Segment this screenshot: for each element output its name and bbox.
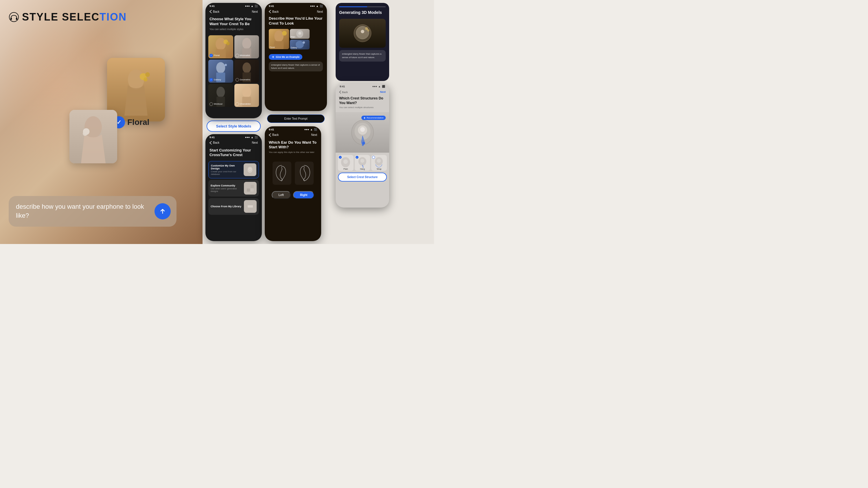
style-label-floral: ✓ Floral [210, 54, 220, 57]
phone1-content: Choose What Style You Want Your Crest To… [206, 14, 262, 35]
style-item-galaxy[interactable]: ✓ Galaxy [208, 60, 233, 83]
svg-point-38 [298, 32, 301, 35]
back-button-ear[interactable]: Back [269, 133, 279, 137]
style-label-chandelier: Chandelier [236, 102, 251, 106]
check-empty-geometric [236, 78, 239, 82]
phone-nav-ear: Back Next [265, 132, 321, 138]
next-button-ear[interactable]: Next [311, 133, 317, 136]
thumb-floral[interactable]: Floral [269, 29, 289, 49]
right-ear-button[interactable]: Right [293, 191, 314, 199]
structure-phone: 9:41 ●●●▲⬛ Back Next Which Crest Structu… [336, 83, 389, 207]
prompt-bar[interactable]: describe how you want your earphone to l… [9, 196, 177, 227]
struct-options: ✓ Plain ✓ Hang [336, 155, 389, 171]
arrow-up-icon [159, 208, 166, 215]
next-button-cust[interactable]: Next [252, 141, 258, 144]
svg-point-23 [242, 87, 251, 98]
chevron-left-icon [210, 10, 212, 13]
svg-point-60 [377, 159, 381, 163]
brand-logo: STYLE SELECTION [9, 11, 127, 23]
check-floral: ✓ [210, 54, 213, 57]
progress-bar [339, 6, 386, 7]
style-item-floral[interactable]: ✓ Floral [208, 35, 233, 58]
svg-rect-33 [248, 205, 253, 207]
back-button-cust[interactable]: Back [210, 141, 219, 144]
right-ear-shape[interactable] [295, 162, 314, 185]
check-hang: ✓ [355, 156, 359, 159]
svg-rect-28 [247, 185, 250, 188]
svg-point-47 [367, 29, 370, 32]
col-gap [330, 3, 333, 241]
enter-text-prompt-button[interactable]: Enter Text Prompt [267, 115, 324, 123]
select-style-models-button[interactable]: Select Style Models [207, 121, 261, 132]
svg-rect-2 [16, 18, 18, 20]
chevron-left-icon-ear [269, 133, 271, 137]
svg-rect-35 [274, 41, 283, 49]
back-button-1[interactable]: Back [210, 10, 219, 13]
cust-content: Start Customizing Your CrossTune's Crest [206, 146, 262, 161]
status-bar-2: 9:41 ●●●▲⬛ [265, 3, 327, 9]
give-example-button[interactable]: Give Me an Example [269, 54, 302, 60]
thumb-row-1: Floral Plain [269, 29, 323, 50]
phone-nav-1: Back Next [206, 9, 262, 14]
thumb-plain[interactable]: Plain [290, 29, 310, 39]
next-button-1[interactable]: Next [252, 10, 258, 13]
svg-point-0 [9, 12, 19, 22]
style-thumbnails: Floral Plain [269, 29, 323, 50]
explore-community[interactable]: Explore Community Use other users' gener… [208, 180, 259, 197]
svg-point-9 [83, 131, 87, 136]
struct-opt-wrap[interactable]: Wrap [371, 155, 387, 171]
svg-point-45 [361, 30, 364, 33]
prompt-text: describe how you want your earphone to l… [16, 203, 144, 219]
svg-rect-29 [251, 185, 254, 188]
left-ear-shape[interactable] [273, 162, 291, 185]
svg-point-13 [226, 42, 230, 45]
thumb-galaxy[interactable]: Galaxy [290, 40, 310, 50]
ear-buttons: Left Right [265, 191, 321, 199]
plain-style-card[interactable] [69, 110, 117, 163]
check-empty-chandelier [236, 102, 239, 106]
customize-phone: 9:41 ●●● ▲ ⬛ Back Next Start Customizing… [206, 134, 262, 241]
back-button-2[interactable]: Back [269, 10, 279, 13]
customize-own-design[interactable]: Customize My Own Design Create your cres… [208, 161, 259, 178]
ear-shapes [265, 159, 321, 188]
next-button-2[interactable]: Next [317, 10, 323, 13]
style-item-minimalist[interactable]: Minimalist [235, 35, 259, 58]
left-ear-button[interactable]: Left [272, 191, 291, 199]
library-icon [246, 202, 255, 211]
style-label-minimalist: Minimalist [236, 54, 250, 57]
send-button[interactable] [155, 203, 171, 220]
floral-badge: ✓ Floral [113, 116, 149, 128]
svg-point-14 [242, 38, 251, 49]
generating-panel: Generating 3D Models entangled starry fl… [336, 3, 389, 81]
sparkle-icon-rec [363, 117, 366, 119]
choose-from-library[interactable]: Choose From My Library [208, 198, 259, 215]
svg-marker-54 [363, 117, 366, 119]
struct-opt-plain[interactable]: ✓ Plain [338, 155, 353, 171]
style-grid: ✓ Floral Minimalist [206, 35, 262, 109]
generating-title: Generating 3D Models [339, 10, 386, 15]
generating-description: entangled starry flower that captures a … [339, 50, 386, 62]
chevron-left-icon-2 [269, 10, 271, 13]
svg-point-6 [144, 77, 148, 82]
svg-point-58 [360, 159, 364, 163]
phone-nav-cust: Back Next [206, 140, 262, 146]
style-item-chandelier[interactable]: Chandelier [235, 84, 259, 107]
hero-section: STYLE SELECTION ✓ Floral [0, 0, 203, 244]
svg-point-19 [243, 62, 251, 73]
column-1: 9:41 ●●● ▲ ⬛ Back Next Choose What Style… [206, 3, 262, 241]
example-chat-bubble: entangled starry flower that captures a … [269, 62, 323, 71]
style-item-workout[interactable]: Workout [208, 84, 233, 107]
select-crest-structure-button[interactable]: Select Crest Structure [338, 172, 387, 182]
library-thumb [244, 200, 257, 213]
style-item-geometric[interactable]: Geometric [235, 60, 259, 83]
style-selection-phone: 9:41 ●●● ▲ ⬛ Back Next Choose What Style… [206, 3, 262, 118]
svg-point-10 [216, 38, 226, 50]
struct-next-button[interactable]: Next [380, 91, 386, 94]
svg-rect-1 [10, 18, 12, 20]
column-2: 9:41 ●●●▲⬛ Back Next Describe How You'd … [265, 3, 327, 241]
struct-opt-hang[interactable]: ✓ Hang [355, 155, 370, 171]
check-empty-workout [210, 102, 213, 106]
struct-back-button[interactable]: Back [339, 91, 348, 94]
plain-earphone-col: Plain Galaxy [290, 29, 310, 50]
svg-marker-41 [272, 56, 275, 58]
